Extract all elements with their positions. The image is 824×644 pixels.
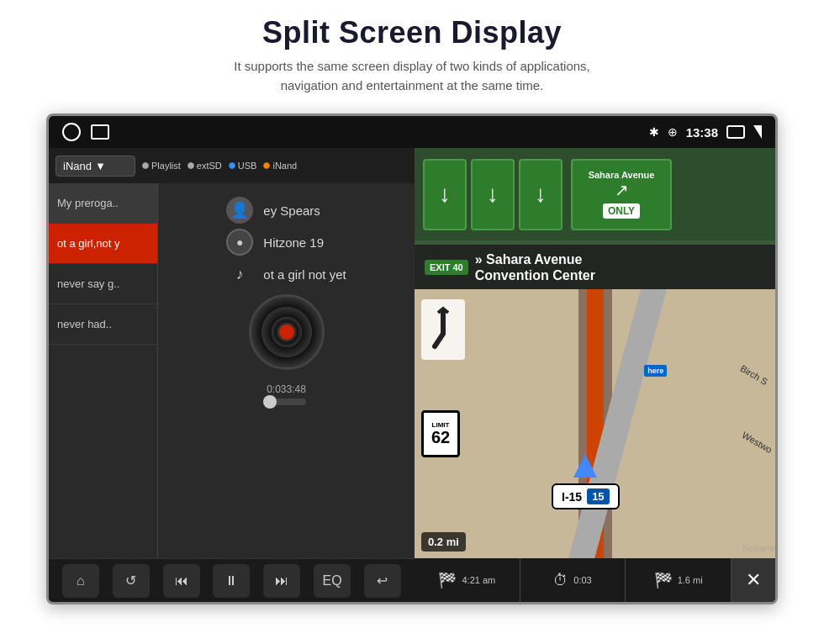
controls-bar: ⌂ ↺ ⏮ ⏸ ⏭ EQ ↩ [49, 558, 415, 602]
speed-limit-sign: LIMIT 62 [421, 410, 460, 457]
sign-right: Sahara Avenue ↗ ONLY [571, 159, 672, 230]
nav-elapsed-segment: ⏱ 0:03 [520, 558, 626, 602]
eta-time: 4:21 am [462, 575, 495, 585]
artist-icon: 👤 [226, 197, 253, 224]
playlist-item-0[interactable]: My preroga.. [49, 183, 157, 224]
repeat-button[interactable]: ↺ [113, 564, 150, 598]
status-right: ✱ ⊕ 13:38 [649, 125, 762, 140]
progress-bar[interactable] [267, 399, 306, 405]
tab-dot [229, 162, 235, 169]
arrow-box-1: ↓ [423, 159, 467, 230]
playlist-column: My preroga.. ot a girl,not y never say g… [49, 183, 158, 558]
status-bar: ✱ ⊕ 13:38 [49, 116, 775, 148]
playlist: My preroga.. ot a girl,not y never say g… [49, 183, 157, 345]
artist-name: ey Spears [263, 203, 320, 218]
next-button[interactable]: ⏭ [263, 564, 300, 598]
clock-icon: ⏱ [553, 572, 568, 589]
back-button[interactable]: ↩ [364, 564, 401, 598]
source-tab-usb[interactable]: USB [229, 161, 257, 171]
screen-icon [726, 125, 745, 139]
device-frame: ✱ ⊕ 13:38 iNand ▼ [46, 113, 778, 604]
highway-name-label: I-15 [562, 490, 582, 504]
nav-close-button[interactable]: ✕ [732, 558, 775, 602]
turn-instruction-icon [421, 299, 465, 360]
prev-button[interactable]: ⏮ [163, 564, 200, 598]
remaining-distance: 1.6 mi [678, 575, 703, 585]
vinyl-center [277, 323, 296, 341]
source-tab-inand[interactable]: iNand [263, 161, 297, 171]
album-icon: ● [226, 229, 253, 256]
album-row: ● Hitzone 19 [226, 229, 346, 256]
source-tab-extsd[interactable]: extSD [188, 161, 222, 171]
distance-to-turn: 0.2 mi [421, 532, 466, 552]
artist-row: 👤 ey Spears [226, 197, 346, 224]
page-header: Split Screen Display It supports the sam… [0, 0, 824, 103]
source-bar: iNand ▼ Playlist extSD [49, 148, 415, 183]
playlist-item-3[interactable]: never had.. [49, 304, 157, 345]
birch-street-label: Birch S [738, 363, 769, 387]
source-dropdown[interactable]: iNand ▼ [55, 156, 135, 177]
sign-street-name: Sahara Avenue [589, 170, 655, 180]
time-total: 3:48 [287, 383, 306, 395]
vehicle-position-arrow [573, 454, 597, 478]
exit-sign: EXIT 40 » Sahara Avenue Convention Cente… [415, 245, 775, 290]
page: Split Screen Display It supports the sam… [0, 0, 824, 604]
music-player-panel: iNand ▼ Playlist extSD [49, 148, 415, 602]
highway-sign: ↓ ↓ ↓ Sahara Avenue ↗ ONLY [415, 148, 775, 240]
navigation-panel: ↓ ↓ ↓ Sahara Avenue ↗ ONLY [415, 148, 775, 602]
nav-distance-segment: 🏁 1.6 mi [626, 558, 732, 602]
westwood-label: Westwo [741, 430, 774, 455]
track-info: 👤 ey Spears ● Hitzone 19 ♪ ot a girl not… [226, 197, 346, 288]
title-row: ♪ ot a girl not yet [226, 261, 346, 288]
pause-button[interactable]: ⏸ [213, 564, 250, 598]
speed-value: 62 [431, 429, 450, 446]
highway-shield: 15 [587, 488, 609, 504]
arrow-box-2: ↓ [471, 159, 515, 230]
chevron-down-icon: ▼ [95, 160, 106, 172]
music-note-icon: ♪ [226, 261, 253, 288]
only-badge: ONLY [603, 203, 640, 219]
diagonal-road [559, 289, 667, 558]
player-layout: My preroga.. ot a girl,not y never say g… [49, 183, 415, 558]
home-button[interactable]: ⌂ [62, 564, 99, 598]
tab-dot [188, 162, 194, 169]
progress-thumb [263, 395, 277, 409]
time-current: 0:03 [267, 383, 286, 395]
status-image-icon [91, 124, 109, 140]
arrow-box-3: ↓ [519, 159, 563, 230]
highway-badge: I-15 15 [552, 483, 620, 509]
status-circle-icon [62, 123, 81, 141]
elapsed-time: 0:03 [573, 575, 591, 585]
track-title: ot a girl not yet [263, 267, 346, 282]
down-arrow-2-icon: ↓ [487, 181, 499, 208]
status-time: 13:38 [686, 125, 718, 140]
playlist-item-1[interactable]: ot a girl,not y [49, 224, 157, 264]
playlist-item-2[interactable]: never say g.. [49, 264, 157, 304]
down-arrow-1-icon: ↓ [439, 181, 451, 208]
back-icon [753, 125, 762, 139]
equalizer-button[interactable]: EQ [314, 564, 351, 598]
vinyl-record [249, 294, 325, 370]
bluetooth-icon: ✱ [649, 125, 659, 139]
tab-dot [142, 162, 149, 169]
source-tab-playlist[interactable]: Playlist [142, 161, 181, 171]
album-name: Hitzone 19 [263, 235, 324, 250]
exit-destination: » Sahara Avenue Convention Center [475, 251, 595, 283]
progress-area: 0:03 3:48 [263, 383, 309, 405]
main-content: iNand ▼ Playlist extSD [49, 148, 775, 602]
map-background: Birch S Westwo here LIMIT [415, 289, 775, 558]
map-area: Birch S Westwo here LIMIT [415, 289, 775, 558]
sign-arrows: ↓ ↓ ↓ [423, 159, 563, 230]
vinyl-area [249, 294, 325, 370]
time-row: 0:03 3:48 [267, 383, 306, 395]
page-subtitle: It supports the same screen display of t… [0, 57, 824, 95]
tab-dot [263, 162, 270, 169]
player-column: 👤 ey Spears ● Hitzone 19 ♪ ot a girl not… [158, 183, 415, 558]
close-icon: ✕ [746, 569, 761, 591]
source-tabs: Playlist extSD USB iNand [142, 161, 297, 171]
right-arrow-icon: ↗ [615, 180, 629, 200]
checkered-flag-start-icon: 🏁 [438, 571, 457, 589]
location-icon: ⊕ [668, 125, 678, 139]
status-left [62, 123, 109, 141]
nav-eta-segment: 🏁 4:21 am [415, 558, 520, 602]
